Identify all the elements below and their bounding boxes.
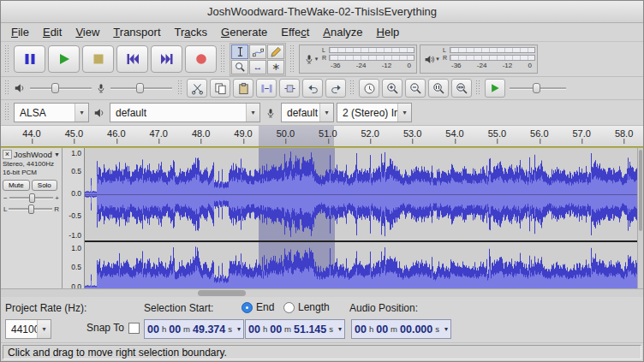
length-radio-group[interactable]: Length: [283, 301, 330, 313]
snap-to-checkbox[interactable]: [128, 323, 140, 334]
trim-audio-button[interactable]: [256, 79, 277, 98]
fit-project-button[interactable]: [451, 79, 472, 98]
end-radio-group[interactable]: End: [242, 301, 274, 313]
selection-tool-button[interactable]: [231, 45, 248, 59]
playback-meter[interactable]: ▾ L R -36-24-120: [420, 45, 538, 74]
redo-icon: [330, 82, 343, 95]
pause-button[interactable]: [14, 45, 45, 73]
pan-right-label: R: [54, 205, 59, 213]
chevron-down-icon: ▾: [237, 325, 241, 333]
selection-start-field[interactable]: 00h00m49.374s▾: [144, 319, 244, 339]
meter-dropdown-icon[interactable]: ▾: [436, 56, 439, 62]
meter-scale-label: 0: [408, 62, 411, 69]
fit-selection-button[interactable]: [428, 79, 449, 98]
timeline-ruler[interactable]: 44.045.046.047.048.049.050.051.052.053.0…: [1, 126, 643, 147]
meter-dropdown-icon[interactable]: ▾: [315, 56, 319, 62]
paste-button[interactable]: [233, 79, 253, 98]
multi-tool-button[interactable]: ∗: [267, 60, 284, 74]
track-area: × JoshWoodwa ▼ Stereo, 44100Hz 16-bit PC…: [1, 147, 643, 288]
waveform-channel-right[interactable]: [85, 242, 637, 288]
recording-channels-select[interactable]: 2 (Stereo) In▾: [337, 103, 412, 122]
draw-tool-button[interactable]: [267, 45, 284, 59]
output-volume-slider[interactable]: [28, 81, 93, 95]
menu-item[interactable]: Tracks: [168, 24, 215, 40]
menu-item[interactable]: File: [4, 24, 36, 40]
zoom-tool-button[interactable]: [231, 60, 248, 74]
window-title: JoshWoodward-TheWake-02-ThisIsEverything: [207, 5, 437, 18]
vertical-scrollbar[interactable]: [637, 148, 643, 288]
copy-button[interactable]: [210, 79, 230, 98]
selection-end-field[interactable]: 00h00m51.145s▾: [245, 319, 345, 339]
solo-button[interactable]: Solo: [32, 180, 57, 191]
record-button[interactable]: [185, 45, 217, 73]
toolbar-grip[interactable]: [5, 80, 9, 96]
pan-slider-thumb[interactable]: [28, 205, 34, 214]
track-close-button[interactable]: ×: [3, 150, 12, 159]
menu-item[interactable]: Edit: [36, 24, 69, 40]
pause-icon: [22, 51, 38, 67]
vertical-scale-label: 1.0: [71, 244, 81, 252]
mute-button[interactable]: Mute: [3, 180, 30, 191]
silence-audio-button[interactable]: [279, 79, 300, 98]
toolbar-grip[interactable]: [221, 45, 225, 73]
waveform-display[interactable]: [85, 148, 637, 288]
track-name[interactable]: JoshWoodwa: [14, 150, 52, 159]
horizontal-scrollbar[interactable]: [1, 288, 643, 297]
playback-meter-right-bar: [450, 55, 535, 61]
play-at-speed-button[interactable]: [485, 79, 505, 98]
toolbar-grip[interactable]: [5, 104, 9, 122]
stop-button[interactable]: [82, 45, 114, 73]
pan-slider[interactable]: L R: [3, 205, 59, 213]
toolbar-grip[interactable]: [290, 45, 295, 73]
zoom-out-button[interactable]: [405, 79, 426, 98]
length-radio[interactable]: [283, 302, 295, 313]
skip-to-start-button[interactable]: [116, 45, 148, 73]
toolbar-grip[interactable]: [5, 45, 9, 73]
menu-item[interactable]: View: [69, 24, 106, 40]
horizontal-scrollbar-thumb[interactable]: [198, 290, 246, 296]
menu-item[interactable]: Help: [370, 24, 407, 40]
vertical-scrollbar-thumb[interactable]: [639, 150, 642, 231]
audio-host-select[interactable]: ALSA▾: [14, 103, 89, 122]
envelope-tool-button[interactable]: [249, 45, 266, 59]
skip-to-end-button[interactable]: [151, 45, 182, 73]
end-radio[interactable]: [242, 302, 253, 313]
redo-button[interactable]: [325, 79, 346, 98]
zoom-in-button[interactable]: [382, 79, 402, 98]
audio-position-field[interactable]: 00h00m00.000s▾: [351, 319, 451, 339]
toolbar-grip[interactable]: [350, 80, 355, 96]
cut-button[interactable]: [187, 79, 207, 98]
gain-slider[interactable]: − +: [3, 194, 59, 202]
audacity-window: JoshWoodward-TheWake-02-ThisIsEverything…: [0, 0, 644, 362]
record-icon: [194, 51, 209, 67]
vertical-scale-label: -1.0: [69, 231, 81, 240]
timeshift-tool-button[interactable]: ↔: [249, 60, 266, 74]
undo-button[interactable]: [302, 79, 323, 98]
play-button[interactable]: [48, 45, 80, 73]
chevron-down-icon: ▾: [444, 325, 448, 333]
title-bar[interactable]: JoshWoodward-TheWake-02-ThisIsEverything: [1, 1, 643, 23]
toolbar-grip[interactable]: [178, 80, 182, 96]
stop-icon: [91, 51, 106, 67]
vertical-scale-ruler[interactable]: 1.0 0.5 0.0 -0.5 -1.0 1.0 0.5 0.0: [63, 148, 85, 288]
gain-slider-thumb[interactable]: [29, 193, 35, 203]
output-volume-icon: [14, 82, 26, 94]
timeline-label: 45.0: [65, 128, 83, 139]
menu-item[interactable]: Generate: [214, 24, 274, 40]
recording-meter[interactable]: ▾ L R -36-24-120: [299, 45, 417, 74]
meter-left-label: L: [322, 47, 327, 53]
menu-item[interactable]: Transport: [106, 24, 167, 40]
sync-lock-button[interactable]: [359, 79, 379, 98]
project-rate-select[interactable]: 44100▾: [5, 319, 51, 339]
waveform-channel-left[interactable]: [85, 148, 637, 240]
input-volume-slider[interactable]: [109, 81, 174, 95]
recording-device-select[interactable]: default▾: [281, 103, 334, 122]
playback-device-select[interactable]: default▾: [110, 103, 260, 122]
menu-item[interactable]: Analyze: [316, 24, 369, 40]
track-menu-button[interactable]: ▼: [54, 151, 60, 157]
toolbar-grip[interactable]: [476, 80, 480, 96]
menu-item[interactable]: Effect: [274, 24, 316, 40]
edit-toolbar-row: [1, 77, 643, 100]
playback-speed-slider[interactable]: [508, 81, 568, 95]
rewind-icon: [125, 51, 140, 67]
